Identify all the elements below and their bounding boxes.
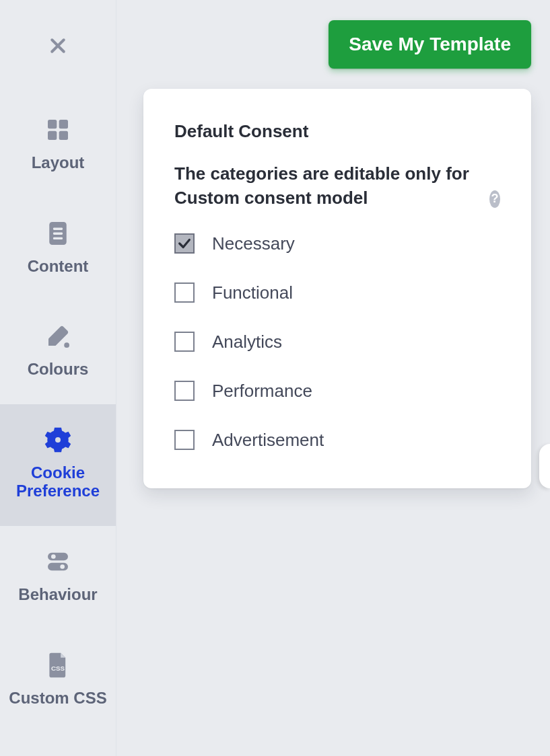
colours-icon: [44, 322, 72, 350]
svg-rect-12: [48, 553, 68, 561]
consent-option-necessary: Necessary: [174, 233, 500, 254]
sidebar-item-content[interactable]: Content: [0, 198, 116, 301]
svg-rect-8: [53, 232, 63, 234]
sidebar-item-behaviour[interactable]: Behaviour: [0, 526, 116, 630]
svg-point-15: [60, 564, 65, 569]
sidebar-item-layout[interactable]: Layout: [0, 94, 116, 198]
checkbox-advertisement[interactable]: [174, 430, 195, 450]
svg-point-10: [64, 342, 69, 348]
default-consent-card: Default Consent The categories are edita…: [143, 89, 531, 488]
content-icon: [44, 219, 72, 248]
checkbox-label: Analytics: [212, 332, 282, 352]
checkbox-functional[interactable]: [174, 282, 195, 303]
card-subtitle: The categories are editable only for Cus…: [174, 162, 480, 211]
checkbox-label: Advertisement: [212, 430, 324, 451]
checkbox-label: Necessary: [212, 233, 295, 254]
card-title: Default Consent: [174, 121, 500, 142]
close-icon: [48, 36, 68, 59]
topbar: Save My Template: [143, 20, 531, 69]
sidebar-item-colours[interactable]: Colours: [0, 301, 116, 404]
svg-rect-7: [53, 227, 63, 229]
consent-option-functional: Functional: [174, 282, 500, 303]
checkbox-necessary: [174, 233, 195, 254]
sidebar-item-label: Behaviour: [18, 585, 97, 604]
svg-rect-4: [48, 131, 57, 140]
checkbox-label: Functional: [212, 282, 293, 303]
svg-rect-3: [59, 120, 68, 128]
gear-icon: [44, 426, 72, 454]
checkbox-label: Performance: [212, 381, 312, 402]
checkbox-analytics[interactable]: [174, 332, 195, 352]
main-panel: Save My Template Default Consent The cat…: [116, 0, 550, 756]
sidebar-item-label: Colours: [28, 360, 89, 379]
help-icon[interactable]: ?: [489, 190, 500, 208]
consent-option-analytics: Analytics: [174, 332, 500, 352]
behaviour-icon: [44, 547, 72, 576]
side-handle[interactable]: [539, 444, 550, 488]
sidebar: Layout Content Colours Cookie Preference…: [0, 0, 116, 756]
svg-rect-2: [48, 120, 57, 128]
sidebar-item-label: Cookie Preference: [4, 463, 112, 500]
sidebar-item-cookie-preference[interactable]: Cookie Preference: [0, 404, 116, 526]
svg-text:CSS: CSS: [51, 665, 65, 672]
svg-rect-9: [53, 237, 63, 239]
svg-point-11: [55, 437, 61, 443]
sidebar-item-label: Custom CSS: [9, 689, 106, 708]
consent-option-advertisement: Advertisement: [174, 430, 500, 451]
save-template-button[interactable]: Save My Template: [329, 20, 531, 69]
checkbox-performance[interactable]: [174, 381, 195, 401]
svg-point-13: [51, 554, 56, 559]
svg-rect-5: [59, 131, 68, 140]
close-button[interactable]: [0, 0, 116, 94]
sidebar-item-custom-css[interactable]: CSS Custom CSS: [0, 630, 116, 733]
sidebar-item-label: Content: [28, 257, 89, 276]
sidebar-item-label: Layout: [32, 153, 85, 172]
css-file-icon: CSS: [44, 651, 72, 679]
svg-rect-14: [48, 563, 68, 571]
consent-option-performance: Performance: [174, 381, 500, 402]
layout-icon: [44, 116, 72, 144]
